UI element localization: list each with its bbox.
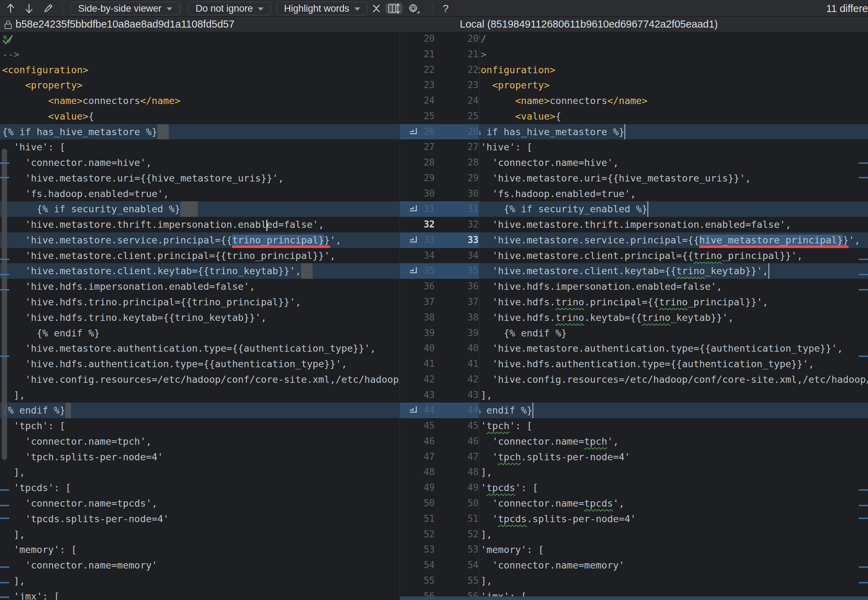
right-code-line-38[interactable]: 'hive.hdfs.trino.keytab={{trino_keytab}}… (479, 310, 868, 326)
change-stripe[interactable] (859, 259, 868, 260)
left-code-line-38[interactable]: 'hive.hdfs.trino.keytab={{trino_keytab}}… (0, 310, 400, 326)
left-code-line-23[interactable]: <property> (0, 77, 400, 93)
left-code-line-25[interactable]: <value>{ (0, 109, 400, 124)
change-stripe[interactable] (859, 567, 868, 568)
left-code-line-36[interactable]: 'hive.hdfs.impersonation.enabled=false', (0, 279, 400, 294)
change-stripe[interactable] (859, 289, 868, 291)
viewer-mode-dropdown[interactable]: Side-by-side viewer (71, 2, 180, 15)
previous-difference-icon[interactable] (3, 3, 18, 14)
left-code-line-51[interactable]: 'tpcds.splits-per-node=4' (0, 511, 400, 527)
right-code-line-49[interactable]: 'tpcds': [ (479, 480, 868, 495)
left-code-line-39[interactable]: {% endif %} (0, 326, 400, 341)
left-code-line-31[interactable]: {% if security_enabled %} (0, 201, 400, 217)
change-stripe[interactable] (0, 489, 9, 491)
right-code-line-50[interactable]: 'connector.name=tpcds', (479, 495, 868, 511)
sync-scrolling-toggle[interactable] (386, 3, 402, 14)
left-code-line-34[interactable]: 'hive.metastore.client.principal={{trino… (0, 248, 400, 264)
right-code-line-31[interactable]: {% if security_enabled %} (479, 201, 868, 217)
right-code-line-40[interactable]: 'hive.metastore.authentication.type={{au… (479, 341, 868, 356)
right-code-line-41[interactable]: 'hive.hdfs.authentication.type={{authent… (479, 356, 868, 372)
left-code-line-37[interactable]: 'hive.hdfs.trino.principal={{trino_princ… (0, 294, 400, 310)
change-stripe[interactable] (859, 356, 868, 357)
left-code-line-29[interactable]: 'hive.metastore.uri={{hive_metastore_uri… (0, 171, 400, 186)
left-code-line-55[interactable]: ], (0, 573, 400, 589)
left-code-line-45[interactable]: 'tpch': [ (0, 418, 400, 434)
left-code-line-24[interactable]: <name>connectors</name> (0, 93, 400, 109)
right-code-line-26[interactable]: {% if has_hive_metastore %} (479, 124, 868, 140)
change-stripe[interactable] (0, 518, 9, 519)
change-stripe[interactable] (859, 274, 868, 275)
right-code-line-46[interactable]: 'connector.name=tpch', (479, 434, 868, 449)
left-code-line-27[interactable]: 'hive': [ (0, 139, 400, 155)
right-code-line-35[interactable]: 'hive.metastore.client.keytab={{trino_ke… (479, 263, 868, 279)
left-code-line-42[interactable]: 'hive.config.resources=/etc/hadoop/conf/… (0, 372, 400, 387)
right-code-line-25[interactable]: <value>{ (479, 109, 868, 124)
change-stripe[interactable] (0, 289, 9, 291)
help-icon[interactable]: ? (439, 3, 453, 14)
change-stripe[interactable] (0, 259, 9, 260)
left-code-line-56[interactable]: 'jmx': [ (0, 589, 400, 600)
right-code-line-43[interactable]: ], (479, 387, 868, 403)
left-code-line-26[interactable]: {% if has_hive_metastore %} (0, 124, 400, 140)
left-code-line-40[interactable]: 'hive.metastore.authentication.type={{au… (0, 341, 400, 356)
change-stripe[interactable] (0, 582, 9, 583)
change-stripe[interactable] (0, 274, 9, 275)
left-code-line-30[interactable]: 'fs.hadoop.enabled=true', (0, 186, 400, 202)
right-code-line-36[interactable]: 'hive.hdfs.impersonation.enabled=false', (479, 279, 868, 294)
left-code-line-48[interactable]: ], (0, 465, 400, 480)
right-code-line-45[interactable]: 'tpch': [ (479, 418, 868, 434)
left-code-line-41[interactable]: 'hive.hdfs.authentication.type={{authent… (0, 356, 400, 372)
highlight-policy-dropdown[interactable]: Highlight words (277, 2, 367, 15)
change-stripe[interactable] (859, 582, 868, 583)
right-code-line-51[interactable]: 'tpcds.splits-per-node=4' (479, 511, 868, 527)
left-scrollbar-thumb[interactable] (2, 148, 7, 460)
left-code-line-52[interactable]: ], (0, 527, 400, 542)
change-stripe[interactable] (0, 597, 9, 598)
right-code-line-27[interactable]: 'hive': [ (479, 139, 868, 155)
left-code-line-22[interactable]: <configuration> (0, 62, 400, 78)
right-code-line-37[interactable]: 'hive.hdfs.trino.principal={{trino_princ… (479, 294, 868, 310)
right-code-line-39[interactable]: {% endif %} (479, 326, 868, 341)
right-code-line-23[interactable]: <property> (479, 77, 868, 93)
right-code-line-55[interactable]: ], (479, 573, 868, 589)
left-code-line-28[interactable]: 'connector.name=hive', (0, 155, 400, 171)
change-stripe[interactable] (0, 162, 9, 164)
settings-gear-icon[interactable] (406, 3, 420, 14)
right-code-line-53[interactable]: 'memory': [ (479, 542, 868, 558)
left-code-line-46[interactable]: 'connector.name=tpch', (0, 434, 400, 449)
left-code-line-21[interactable]: --> (0, 47, 400, 62)
right-code-line-28[interactable]: 'connector.name=hive', (479, 155, 868, 171)
left-code-line-32[interactable]: 'hive.metastore.thrift.impersonation.ena… (0, 217, 400, 232)
change-stripe[interactable] (859, 177, 868, 178)
right-code-line-32[interactable]: 'hive.metastore.thrift.impersonation.ena… (479, 217, 868, 232)
right-code-line-54[interactable]: 'connector.name=memory' (479, 558, 868, 573)
right-code-line-48[interactable]: ], (479, 465, 868, 480)
right-code-line-30[interactable]: 'fs.hadoop.enabled=true', (479, 186, 868, 202)
right-code-line-29[interactable]: 'hive.metastore.uri={{hive_metastore_uri… (479, 171, 868, 186)
right-code-line-34[interactable]: 'hive.metastore.client.principal={{trino… (479, 248, 868, 264)
left-editor-pane[interactable]: */--><configuration> <property> <name>co… (0, 32, 400, 600)
ignore-policy-dropdown[interactable]: Do not ignore (188, 2, 271, 15)
right-editor-pane[interactable]: */--><configuration> <property> <name>co… (479, 32, 868, 600)
change-stripe[interactable] (859, 162, 868, 164)
right-code-line-42[interactable]: 'hive.config.resources=/etc/hadoop/conf/… (479, 372, 868, 387)
change-stripe[interactable] (0, 567, 9, 568)
right-code-line-20[interactable]: */ (479, 32, 868, 47)
left-code-line-20[interactable]: */ (0, 32, 400, 47)
right-code-line-22[interactable]: <configuration> (479, 62, 868, 78)
change-stripe[interactable] (0, 505, 9, 506)
left-code-line-47[interactable]: 'tpch.splits-per-node=4' (0, 449, 400, 465)
right-code-line-21[interactable]: --> (479, 47, 868, 62)
collapse-unchanged-icon[interactable] (369, 3, 383, 14)
left-code-line-53[interactable]: 'memory': [ (0, 542, 400, 558)
right-code-line-47[interactable]: 'tpch.splits-per-node=4' (479, 449, 868, 465)
left-code-line-35[interactable]: 'hive.metastore.client.keytab={{trino_ke… (0, 263, 400, 279)
right-code-line-33[interactable]: 'hive.metastore.service.principal={{hive… (479, 232, 868, 248)
right-code-line-24[interactable]: <name>connectors</name> (479, 93, 868, 109)
change-stripe[interactable] (859, 505, 868, 506)
left-code-line-33[interactable]: 'hive.metastore.service.principal={{trin… (0, 232, 400, 248)
change-stripe[interactable] (0, 177, 9, 178)
change-stripe[interactable] (859, 489, 868, 491)
change-stripe[interactable] (859, 518, 868, 519)
left-code-line-54[interactable]: 'connector.name=memory' (0, 558, 400, 573)
